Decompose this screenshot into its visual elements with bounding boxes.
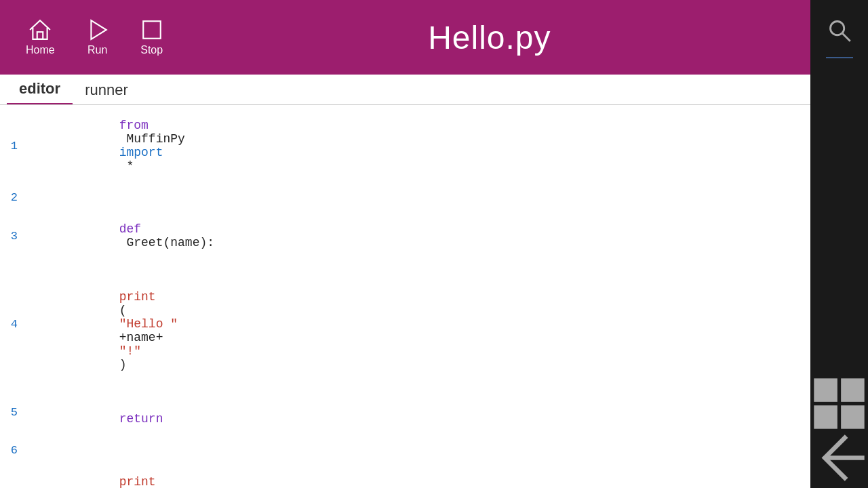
run-label: Run (87, 44, 107, 56)
svg-rect-8 (841, 405, 865, 429)
svg-marker-1 (91, 20, 106, 39)
stop-button[interactable]: Stop (128, 13, 176, 62)
toolbar: Home Run Stop Hello.py (0, 0, 810, 75)
tab-editor[interactable]: editor (7, 75, 73, 104)
run-button[interactable]: Run (74, 13, 121, 62)
table-row: 4 print ( "Hello " +name+ "!" ) (0, 263, 810, 385)
table-row: 2 (0, 186, 810, 209)
svg-rect-5 (814, 378, 837, 402)
home-button[interactable]: Home (14, 13, 67, 62)
app-title: Hello.py (182, 19, 797, 56)
tab-runner[interactable]: runner (73, 76, 140, 104)
table-row: 3 def Greet(name): (0, 209, 810, 263)
table-row: 1 from MuffinPy import * (0, 105, 810, 186)
tabs-bar: editor runner (0, 75, 810, 105)
svg-rect-0 (37, 32, 43, 39)
editor-container[interactable]: 1 from MuffinPy import * 2 3 (0, 105, 810, 488)
search-button[interactable] (810, 7, 868, 54)
back-button[interactable] (810, 434, 868, 481)
sidebar-divider (826, 57, 853, 58)
stop-label: Stop (140, 44, 163, 56)
right-sidebar (810, 0, 868, 488)
table-row: 5 return (0, 385, 810, 439)
home-label: Home (26, 44, 55, 56)
table-row: 6 (0, 439, 810, 462)
svg-rect-2 (143, 21, 161, 39)
svg-line-4 (842, 34, 850, 41)
svg-point-3 (830, 22, 844, 35)
table-row: 7 print ( "Enter your name" ) (0, 462, 810, 488)
windows-button[interactable] (810, 380, 868, 427)
code-editor: 1 from MuffinPy import * 2 3 (0, 105, 810, 488)
svg-rect-7 (814, 405, 837, 429)
svg-rect-6 (841, 378, 865, 402)
